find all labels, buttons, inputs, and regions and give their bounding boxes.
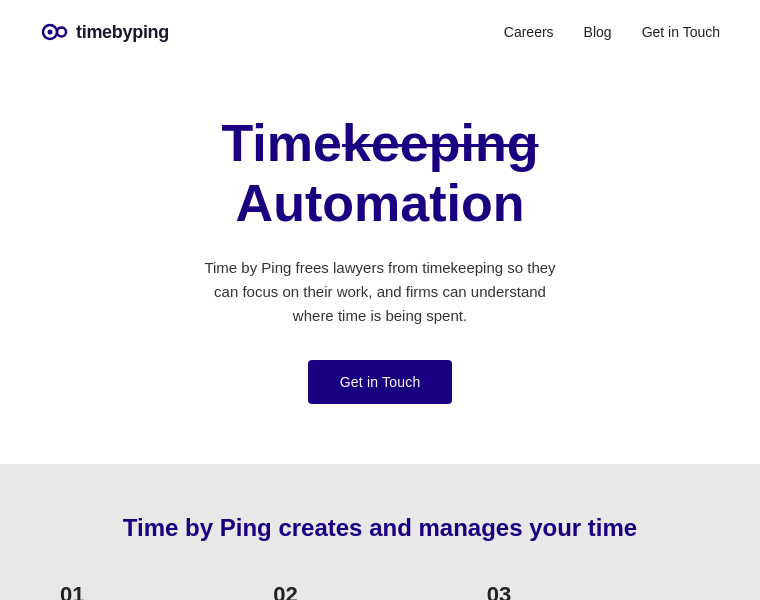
feature-number-3: 03 <box>487 582 700 600</box>
hero-subtitle: Time by Ping frees lawyers from timekeep… <box>200 256 560 328</box>
svg-point-1 <box>48 30 53 35</box>
hero-title-normal: Time <box>222 114 342 172</box>
feature-number-1: 01 <box>60 582 273 600</box>
nav-careers[interactable]: Careers <box>504 24 554 40</box>
feature-item-3: 03 Informed Pricing <box>487 582 700 600</box>
hero-title: Timekeeping Automation <box>222 114 539 234</box>
feature-number-2: 02 <box>273 582 486 600</box>
features-title: Time by Ping creates and manages your ti… <box>60 514 700 542</box>
nav-blog[interactable]: Blog <box>584 24 612 40</box>
hero-cta-button[interactable]: Get in Touch <box>308 360 453 404</box>
logo-icon <box>40 18 68 46</box>
features-grid: 01 Cutting Edge-AI 02 Secure Data 03 Inf… <box>60 582 700 600</box>
main-nav: Careers Blog Get in Touch <box>504 24 720 40</box>
feature-item-1: 01 Cutting Edge-AI <box>60 582 273 600</box>
logo-text: timebyping <box>76 22 169 43</box>
hero-title-strikethrough: keeping <box>342 114 539 172</box>
hero-title-line2: Automation <box>236 174 525 232</box>
feature-item-2: 02 Secure Data <box>273 582 486 600</box>
hero-section: Timekeeping Automation Time by Ping free… <box>0 64 760 464</box>
logo[interactable]: timebyping <box>40 18 169 46</box>
features-section: Time by Ping creates and manages your ti… <box>0 464 760 600</box>
nav-get-in-touch[interactable]: Get in Touch <box>642 24 720 40</box>
